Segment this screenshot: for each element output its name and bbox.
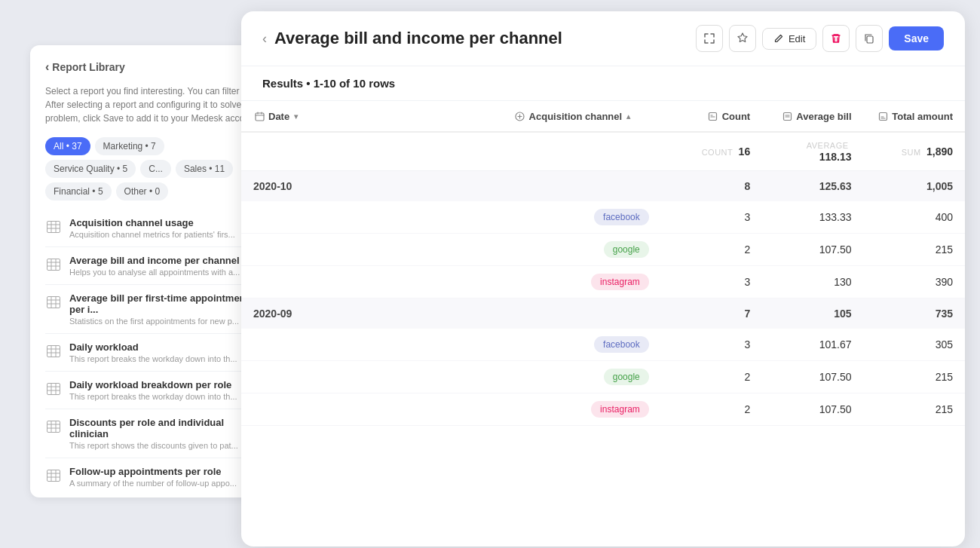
list-item[interactable]: Acquisition channel usage Acquisition ch… — [45, 210, 256, 247]
report-text: Daily workload breakdown per role This r… — [69, 379, 237, 401]
delete-button[interactable] — [822, 25, 850, 52]
summary-count-cell: COUNT 16 — [661, 132, 762, 171]
report-text: Average bill per first-time appointment … — [69, 292, 256, 326]
row-channel-cell: google — [502, 361, 661, 393]
report-title: Follow-up appointments per role — [69, 466, 237, 477]
filter-tag[interactable]: Service Quality • 5 — [45, 160, 136, 178]
row-date-cell — [241, 266, 502, 298]
report-title: Average bill and income per channel — [69, 255, 240, 266]
channel-tag-facebook: facebook — [594, 336, 649, 353]
filter-tag[interactable]: Other • 0 — [116, 182, 169, 201]
row-channel-cell: instagram — [502, 266, 661, 298]
row-total-cell: 215 — [864, 234, 965, 266]
row-channel-cell: instagram — [502, 393, 661, 426]
row-count-cell: 2 — [661, 234, 762, 266]
list-item[interactable]: Follow-up appointments per role A summar… — [45, 458, 256, 495]
report-subtitle: Helps you to analyse all appointments wi… — [69, 268, 240, 277]
report-subtitle: This report shows the discounts given to… — [69, 441, 250, 450]
report-table-icon — [45, 418, 62, 435]
summary-total-cell: SUM 1,890 — [864, 132, 965, 171]
col-date-label: Date — [268, 111, 289, 122]
filter-tag[interactable]: Marketing • 7 — [95, 137, 164, 155]
filter-tag[interactable]: All • 37 — [45, 137, 90, 155]
report-subtitle: Acquisition channel metrics for patients… — [69, 230, 235, 239]
header-actions: Edit Save — [696, 25, 944, 52]
svg-rect-5 — [47, 259, 60, 271]
count-summary-value: 16 — [739, 145, 751, 158]
list-item[interactable]: Average bill and income per channel Help… — [45, 247, 256, 285]
report-text: Average bill and income per channel Help… — [69, 255, 240, 277]
report-title: Daily workload — [69, 341, 237, 353]
table-row: facebook 3 133.33 400 — [241, 201, 965, 234]
filter-tag[interactable]: Financial • 5 — [45, 182, 112, 201]
avg-summary-label: AVERAGE — [807, 141, 849, 150]
sum-summary-label: SUM — [902, 148, 921, 157]
date-col-icon — [253, 110, 265, 122]
filter-tag[interactable]: Sales • 11 — [176, 160, 233, 178]
total-col-icon — [877, 110, 889, 122]
row-avg-cell: 107.50 — [762, 393, 863, 426]
row-avg-cell: 130 — [762, 266, 863, 298]
row-total-cell: 390 — [864, 266, 965, 298]
col-date-dropdown-icon[interactable]: ▾ — [294, 112, 298, 121]
panel-header: ‹ Average bill and income per channel Ed… — [241, 11, 965, 66]
channel-tag-google: google — [604, 369, 649, 385]
svg-rect-20 — [47, 384, 60, 395]
col-avg-bill[interactable]: Average bill — [762, 101, 863, 132]
channel-tag-instagram: instagram — [591, 401, 649, 418]
copy-icon — [863, 32, 875, 44]
report-title: Discounts per role and individual clinic… — [69, 417, 256, 439]
group-avg: 125.63 — [762, 171, 863, 202]
row-total-cell: 400 — [864, 201, 965, 234]
save-button[interactable]: Save — [889, 26, 944, 51]
back-arrow-icon: ‹ — [45, 60, 49, 74]
list-item[interactable]: Daily workload This report breaks the wo… — [45, 334, 256, 372]
report-subtitle: This report breaks the workday down into… — [69, 354, 237, 363]
resize-button[interactable] — [696, 25, 723, 52]
summary-avg-cell: AVERAGE 118.13 — [762, 132, 863, 171]
row-total-cell: 215 — [864, 393, 965, 426]
col-date[interactable]: Date ▾ — [241, 101, 502, 132]
row-date-cell — [241, 234, 502, 266]
report-library-label: Report Library — [52, 61, 124, 73]
col-channel[interactable]: Acquisition channel ▴ — [502, 101, 661, 132]
delete-icon — [830, 32, 842, 44]
table-container[interactable]: Date ▾ Acquisition channel ▴ — [241, 101, 965, 538]
svg-rect-35 — [867, 36, 873, 43]
table-row: instagram 2 107.50 215 — [241, 393, 965, 426]
row-total-cell: 305 — [864, 329, 965, 361]
favorite-button[interactable] — [729, 25, 756, 52]
channel-tag-instagram: instagram — [591, 274, 649, 290]
edit-button[interactable]: Edit — [762, 28, 816, 50]
row-date-cell — [241, 201, 502, 234]
col-count[interactable]: Count — [661, 101, 762, 132]
report-title: Average bill per first-time appointment … — [69, 292, 256, 315]
report-title: Acquisition channel usage — [69, 217, 235, 228]
col-avg-label: Average bill — [796, 111, 851, 122]
filter-tag[interactable]: C... — [140, 160, 171, 178]
svg-rect-10 — [47, 297, 60, 308]
copy-button[interactable] — [856, 25, 883, 52]
panel-back-button[interactable]: ‹ — [262, 31, 267, 47]
group-date: 2020-10 — [241, 171, 661, 202]
report-text: Follow-up appointments per role A summar… — [69, 466, 237, 488]
table-row: instagram 3 130 390 — [241, 266, 965, 298]
list-item[interactable]: Average bill per first-time appointment … — [45, 285, 256, 334]
table-row: facebook 3 101.67 305 — [241, 329, 965, 361]
list-item[interactable]: Daily workload breakdown per role This r… — [45, 372, 256, 409]
list-item[interactable]: Discounts per role and individual clinic… — [45, 409, 256, 458]
col-channel-sort-icon[interactable]: ▴ — [626, 112, 630, 121]
table-body: COUNT 16 AVERAGE 118.13 SUM 1,890 2020-1… — [241, 132, 965, 426]
report-table-icon — [45, 467, 62, 484]
report-library-back[interactable]: ‹ Report Library — [45, 60, 256, 74]
row-avg-cell: 101.67 — [762, 329, 863, 361]
table-row: google 2 107.50 215 — [241, 234, 965, 266]
col-total[interactable]: Total amount — [864, 101, 965, 132]
group-count: 7 — [661, 298, 762, 329]
row-avg-cell: 133.33 — [762, 201, 863, 234]
row-channel-cell: facebook — [502, 329, 661, 361]
row-count-cell: 2 — [661, 361, 762, 393]
report-subtitle: A summary of the number of follow-up app… — [69, 479, 237, 488]
table-row: 2020-09 7 105 735 — [241, 298, 965, 329]
summary-row: COUNT 16 AVERAGE 118.13 SUM 1,890 — [241, 132, 965, 171]
